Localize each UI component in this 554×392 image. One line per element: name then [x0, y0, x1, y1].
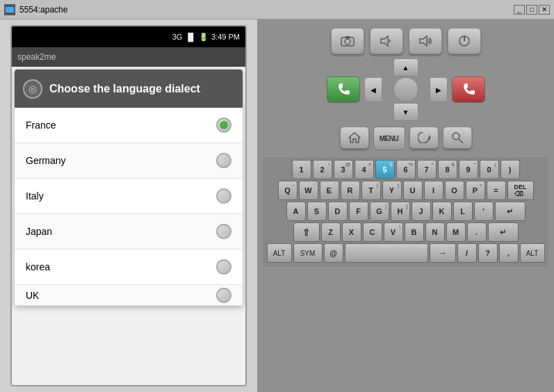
- radio-japan[interactable]: [216, 224, 231, 239]
- dpad-up-button[interactable]: ▲: [393, 58, 418, 76]
- search-button[interactable]: [443, 126, 472, 149]
- list-item[interactable]: France: [15, 108, 243, 143]
- key-g[interactable]: G[: [370, 202, 389, 221]
- key-i[interactable]: I-: [424, 181, 443, 200]
- key-f[interactable]: F: [349, 202, 368, 221]
- maximize-button[interactable]: □: [526, 5, 537, 15]
- key-shift[interactable]: ⇧: [293, 222, 320, 242]
- radio-france[interactable]: [216, 117, 231, 133]
- key-2[interactable]: 2!: [313, 160, 332, 179]
- key-s[interactable]: S: [307, 202, 327, 221]
- radio-italy[interactable]: [216, 188, 231, 204]
- close-button[interactable]: ✕: [539, 5, 550, 15]
- key-period[interactable]: .: [467, 222, 487, 242]
- key-apostrophe[interactable]: ': [474, 202, 494, 221]
- key-l[interactable]: L;: [453, 202, 473, 221]
- key-y[interactable]: Y}: [382, 181, 402, 200]
- dpad-left-button[interactable]: ◀: [364, 77, 382, 102]
- volume-down-button[interactable]: [370, 28, 403, 54]
- volume-up-button[interactable]: [409, 28, 442, 54]
- dpad-area: ▲ ◀ ▶ ▼: [263, 58, 548, 121]
- keyboard-row-zxcv: ⇧ Z X C V\ B N M . ↵: [266, 222, 546, 242]
- key-0[interactable]: 0(: [480, 160, 499, 179]
- key-at[interactable]: @: [324, 243, 343, 263]
- power-button[interactable]: [448, 28, 481, 54]
- key-5[interactable]: 5$: [375, 160, 395, 179]
- key-6[interactable]: 6%: [396, 160, 416, 179]
- key-alt-left[interactable]: ALT: [267, 243, 292, 263]
- main-content: 3G ▐▌ 🔋 3:49 PM speak2me ◎ Choose the la…: [0, 19, 554, 392]
- language-dialog: ◎ Choose the language dialect France Ger…: [15, 70, 243, 306]
- dpad: ▲ ◀ ▶ ▼: [364, 58, 448, 121]
- key-space[interactable]: [345, 243, 428, 263]
- key-z[interactable]: Z: [321, 222, 341, 242]
- key-close-paren[interactable]: ): [500, 160, 520, 179]
- svg-marker-9: [349, 133, 360, 142]
- key-question[interactable]: ?: [478, 243, 498, 263]
- radio-germany[interactable]: [216, 153, 231, 168]
- svg-marker-5: [381, 36, 388, 46]
- key-e[interactable]: E`: [320, 181, 339, 200]
- radio-korea[interactable]: [216, 259, 231, 275]
- key-enter[interactable]: ↵: [495, 202, 526, 221]
- dpad-center-button[interactable]: [393, 77, 418, 102]
- signal-bars: ▐▌: [185, 33, 196, 41]
- dpad-right-button[interactable]: ▶: [430, 77, 448, 102]
- key-8[interactable]: 8&: [438, 160, 457, 179]
- key-equals[interactable]: =: [487, 181, 506, 200]
- key-del[interactable]: DEL⌫: [507, 181, 534, 200]
- call-button[interactable]: [327, 76, 360, 103]
- key-alt-right[interactable]: ALT: [520, 243, 545, 263]
- key-sym[interactable]: SYM: [293, 243, 323, 263]
- key-p[interactable]: P+: [466, 181, 485, 200]
- keyboard-row-bottom: ALT SYM @ → / ? , ALT: [266, 243, 546, 263]
- key-1[interactable]: 1: [292, 160, 311, 179]
- key-r[interactable]: R: [341, 181, 360, 200]
- camera-button[interactable]: [331, 28, 364, 54]
- key-d[interactable]: D: [328, 202, 348, 221]
- volume-down-icon: [380, 35, 393, 47]
- key-enter2[interactable]: ↵: [488, 222, 519, 242]
- radio-uk[interactable]: [216, 288, 231, 303]
- list-item[interactable]: Germany: [15, 143, 243, 179]
- key-m[interactable]: M: [446, 222, 466, 242]
- key-4[interactable]: 4#: [355, 160, 374, 179]
- key-o[interactable]: O: [445, 181, 464, 200]
- key-q[interactable]: Q~: [278, 181, 298, 200]
- key-3[interactable]: 3@: [334, 160, 353, 179]
- menu-button[interactable]: MENU: [373, 126, 405, 150]
- minimize-button[interactable]: _: [514, 5, 525, 15]
- phone-area: 3G ▐▌ 🔋 3:49 PM speak2me ◎ Choose the la…: [0, 19, 257, 392]
- key-b[interactable]: B: [405, 222, 424, 242]
- list-item[interactable]: Italy: [15, 179, 243, 214]
- key-u[interactable]: U: [403, 181, 423, 200]
- title-bar-text: 5554:apache: [19, 5, 514, 15]
- list-item[interactable]: korea: [15, 250, 243, 285]
- dialog-header: ◎ Choose the language dialect: [15, 70, 243, 108]
- key-c[interactable]: C: [363, 222, 382, 242]
- end-call-button[interactable]: [452, 76, 485, 103]
- key-x[interactable]: X: [342, 222, 361, 242]
- key-j[interactable]: J: [412, 202, 431, 221]
- key-v[interactable]: V\: [384, 222, 403, 242]
- svg-rect-4: [345, 36, 350, 38]
- key-k[interactable]: K: [432, 202, 452, 221]
- list-item-partial[interactable]: UK: [15, 285, 243, 306]
- key-slash[interactable]: /: [457, 243, 477, 263]
- key-t[interactable]: T{: [361, 181, 381, 200]
- key-9[interactable]: 9*: [459, 160, 478, 179]
- key-h[interactable]: H]: [391, 202, 410, 221]
- keyboard-row-qwerty: Q~ W" E` R T{ Y} U I- O P+ = DEL⌫: [266, 181, 546, 200]
- key-arrow-right[interactable]: →: [430, 243, 456, 263]
- key-n[interactable]: N: [425, 222, 445, 242]
- key-comma[interactable]: ,: [499, 243, 519, 263]
- camera-icon: [341, 35, 355, 47]
- key-7[interactable]: 7^: [417, 160, 437, 179]
- key-a[interactable]: A: [286, 202, 306, 221]
- home-button[interactable]: [340, 126, 369, 149]
- key-w[interactable]: W": [299, 181, 318, 200]
- battery-icon: 🔋: [199, 33, 209, 42]
- list-item[interactable]: Japan: [15, 214, 243, 250]
- dpad-down-button[interactable]: ▼: [393, 103, 418, 121]
- back-button[interactable]: [409, 126, 439, 149]
